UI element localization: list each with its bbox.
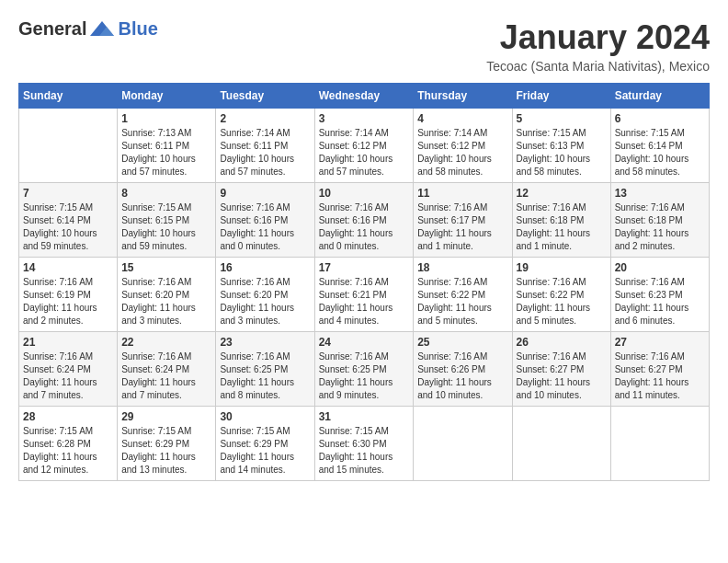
calendar-day-cell: 13Sunrise: 7:16 AMSunset: 6:18 PMDayligh… xyxy=(610,183,709,258)
day-info: Sunrise: 7:16 AMSunset: 6:22 PMDaylight:… xyxy=(417,276,507,327)
day-number: 19 xyxy=(517,261,607,274)
day-info: Sunrise: 7:15 AMSunset: 6:29 PMDaylight:… xyxy=(220,425,310,477)
calendar-day-cell: 6Sunrise: 7:15 AMSunset: 6:14 PMDaylight… xyxy=(610,109,709,183)
calendar-day-cell: 15Sunrise: 7:16 AMSunset: 6:20 PMDayligh… xyxy=(118,258,216,332)
calendar-day-cell: 26Sunrise: 7:16 AMSunset: 6:27 PMDayligh… xyxy=(512,332,610,407)
day-info: Sunrise: 7:16 AMSunset: 6:20 PMDaylight:… xyxy=(121,276,211,327)
weekday-header-row: SundayMondayTuesdayWednesdayThursdayFrid… xyxy=(19,84,710,109)
day-info: Sunrise: 7:14 AMSunset: 6:12 PMDaylight:… xyxy=(319,127,410,178)
day-info: Sunrise: 7:15 AMSunset: 6:28 PMDaylight:… xyxy=(23,425,113,477)
day-number: 6 xyxy=(615,112,705,125)
weekday-header: Saturday xyxy=(610,84,709,109)
day-number: 29 xyxy=(121,410,211,423)
day-number: 14 xyxy=(23,261,113,274)
day-number: 9 xyxy=(220,187,310,200)
calendar-day-cell: 27Sunrise: 7:16 AMSunset: 6:27 PMDayligh… xyxy=(610,332,709,407)
calendar-week-row: 28Sunrise: 7:15 AMSunset: 6:28 PMDayligh… xyxy=(19,407,710,481)
page-header: General Blue January 2024 Tecoac (Santa … xyxy=(18,18,710,74)
logo-icon xyxy=(88,19,116,40)
day-number: 15 xyxy=(121,261,211,274)
weekday-header: Monday xyxy=(118,84,216,109)
day-info: Sunrise: 7:15 AMSunset: 6:14 PMDaylight:… xyxy=(615,127,705,178)
day-number: 10 xyxy=(319,187,410,200)
day-number: 20 xyxy=(615,261,705,274)
day-info: Sunrise: 7:16 AMSunset: 6:25 PMDaylight:… xyxy=(319,350,410,402)
day-number: 18 xyxy=(417,261,507,274)
logo-general-text: General xyxy=(18,18,86,40)
location-subtitle: Tecoac (Santa Maria Nativitas), Mexico xyxy=(486,59,710,74)
calendar-day-cell: 29Sunrise: 7:15 AMSunset: 6:29 PMDayligh… xyxy=(118,407,216,481)
weekday-header: Tuesday xyxy=(216,84,314,109)
calendar-day-cell: 22Sunrise: 7:16 AMSunset: 6:24 PMDayligh… xyxy=(118,332,216,407)
day-info: Sunrise: 7:14 AMSunset: 6:12 PMDaylight:… xyxy=(417,127,507,178)
calendar-day-cell xyxy=(610,407,709,481)
day-number: 8 xyxy=(121,187,211,200)
day-number: 27 xyxy=(615,336,705,349)
day-number: 3 xyxy=(319,112,410,125)
day-info: Sunrise: 7:16 AMSunset: 6:17 PMDaylight:… xyxy=(417,201,507,253)
day-info: Sunrise: 7:16 AMSunset: 6:20 PMDaylight:… xyxy=(220,276,310,327)
calendar-table: SundayMondayTuesdayWednesdayThursdayFrid… xyxy=(18,83,710,481)
calendar-day-cell: 7Sunrise: 7:15 AMSunset: 6:14 PMDaylight… xyxy=(19,183,118,258)
day-info: Sunrise: 7:16 AMSunset: 6:19 PMDaylight:… xyxy=(23,276,113,327)
calendar-day-cell: 1Sunrise: 7:13 AMSunset: 6:11 PMDaylight… xyxy=(118,109,216,183)
day-number: 13 xyxy=(615,187,705,200)
day-info: Sunrise: 7:16 AMSunset: 6:16 PMDaylight:… xyxy=(319,201,410,253)
calendar-day-cell: 4Sunrise: 7:14 AMSunset: 6:12 PMDaylight… xyxy=(414,109,512,183)
day-info: Sunrise: 7:16 AMSunset: 6:26 PMDaylight:… xyxy=(417,350,507,402)
calendar-day-cell: 20Sunrise: 7:16 AMSunset: 6:23 PMDayligh… xyxy=(610,258,709,332)
calendar-day-cell: 25Sunrise: 7:16 AMSunset: 6:26 PMDayligh… xyxy=(414,332,512,407)
calendar-day-cell: 19Sunrise: 7:16 AMSunset: 6:22 PMDayligh… xyxy=(512,258,610,332)
calendar-day-cell: 14Sunrise: 7:16 AMSunset: 6:19 PMDayligh… xyxy=(19,258,118,332)
day-number: 26 xyxy=(517,336,607,349)
calendar-day-cell: 12Sunrise: 7:16 AMSunset: 6:18 PMDayligh… xyxy=(512,183,610,258)
calendar-day-cell: 21Sunrise: 7:16 AMSunset: 6:24 PMDayligh… xyxy=(19,332,118,407)
calendar-week-row: 14Sunrise: 7:16 AMSunset: 6:19 PMDayligh… xyxy=(19,258,710,332)
day-info: Sunrise: 7:15 AMSunset: 6:13 PMDaylight:… xyxy=(517,127,607,178)
day-info: Sunrise: 7:16 AMSunset: 6:24 PMDaylight:… xyxy=(23,350,113,402)
day-number: 11 xyxy=(417,187,507,200)
calendar-week-row: 21Sunrise: 7:16 AMSunset: 6:24 PMDayligh… xyxy=(19,332,710,407)
calendar-day-cell: 28Sunrise: 7:15 AMSunset: 6:28 PMDayligh… xyxy=(19,407,118,481)
calendar-day-cell: 23Sunrise: 7:16 AMSunset: 6:25 PMDayligh… xyxy=(216,332,314,407)
day-number: 12 xyxy=(517,187,607,200)
day-number: 25 xyxy=(417,336,507,349)
day-number: 7 xyxy=(23,187,113,200)
calendar-week-row: 7Sunrise: 7:15 AMSunset: 6:14 PMDaylight… xyxy=(19,183,710,258)
day-info: Sunrise: 7:16 AMSunset: 6:24 PMDaylight:… xyxy=(121,350,211,402)
day-number: 5 xyxy=(517,112,607,125)
day-number: 28 xyxy=(23,410,113,423)
day-number: 21 xyxy=(23,336,113,349)
calendar-day-cell: 11Sunrise: 7:16 AMSunset: 6:17 PMDayligh… xyxy=(414,183,512,258)
day-info: Sunrise: 7:16 AMSunset: 6:18 PMDaylight:… xyxy=(517,201,607,253)
calendar-day-cell xyxy=(512,407,610,481)
month-title: January 2024 xyxy=(486,18,710,57)
calendar-week-row: 1Sunrise: 7:13 AMSunset: 6:11 PMDaylight… xyxy=(19,109,710,183)
day-info: Sunrise: 7:16 AMSunset: 6:22 PMDaylight:… xyxy=(517,276,607,327)
day-info: Sunrise: 7:16 AMSunset: 6:18 PMDaylight:… xyxy=(615,201,705,253)
day-number: 4 xyxy=(417,112,507,125)
day-info: Sunrise: 7:15 AMSunset: 6:29 PMDaylight:… xyxy=(121,425,211,477)
calendar-day-cell: 10Sunrise: 7:16 AMSunset: 6:16 PMDayligh… xyxy=(314,183,414,258)
day-info: Sunrise: 7:16 AMSunset: 6:16 PMDaylight:… xyxy=(220,201,310,253)
day-info: Sunrise: 7:16 AMSunset: 6:25 PMDaylight:… xyxy=(220,350,310,402)
calendar-day-cell: 17Sunrise: 7:16 AMSunset: 6:21 PMDayligh… xyxy=(314,258,414,332)
day-info: Sunrise: 7:16 AMSunset: 6:21 PMDaylight:… xyxy=(319,276,410,327)
calendar-day-cell: 5Sunrise: 7:15 AMSunset: 6:13 PMDaylight… xyxy=(512,109,610,183)
day-number: 23 xyxy=(220,336,310,349)
calendar-day-cell: 8Sunrise: 7:15 AMSunset: 6:15 PMDaylight… xyxy=(118,183,216,258)
day-info: Sunrise: 7:15 AMSunset: 6:14 PMDaylight:… xyxy=(23,201,113,253)
day-number: 2 xyxy=(220,112,310,125)
day-info: Sunrise: 7:13 AMSunset: 6:11 PMDaylight:… xyxy=(121,127,211,178)
calendar-day-cell: 16Sunrise: 7:16 AMSunset: 6:20 PMDayligh… xyxy=(216,258,314,332)
day-info: Sunrise: 7:16 AMSunset: 6:27 PMDaylight:… xyxy=(517,350,607,402)
day-info: Sunrise: 7:16 AMSunset: 6:27 PMDaylight:… xyxy=(615,350,705,402)
calendar-day-cell: 30Sunrise: 7:15 AMSunset: 6:29 PMDayligh… xyxy=(216,407,314,481)
title-block: January 2024 Tecoac (Santa Maria Nativit… xyxy=(486,18,710,74)
day-info: Sunrise: 7:14 AMSunset: 6:11 PMDaylight:… xyxy=(220,127,310,178)
day-number: 31 xyxy=(319,410,410,423)
day-number: 30 xyxy=(220,410,310,423)
day-number: 1 xyxy=(121,112,211,125)
day-number: 17 xyxy=(319,261,410,274)
weekday-header: Wednesday xyxy=(314,84,414,109)
